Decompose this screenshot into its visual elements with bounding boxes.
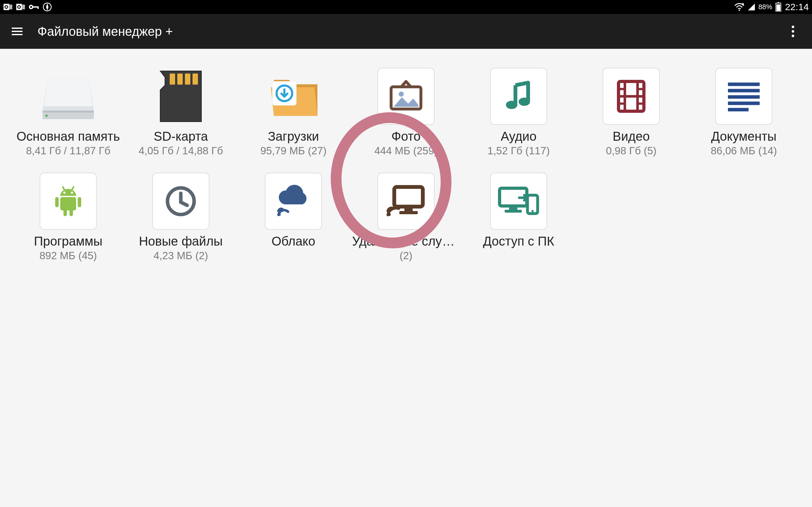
internal-storage-icon — [40, 68, 97, 125]
status-right: 88% 22:14 — [734, 2, 809, 12]
tile-new-files[interactable]: Новые файлы 4,23 МБ (2) — [125, 173, 237, 262]
svg-point-56 — [278, 213, 281, 216]
outlook-icon — [3, 2, 13, 12]
clock-icon — [152, 173, 209, 230]
svg-point-3 — [5, 6, 7, 8]
svg-rect-53 — [63, 209, 67, 216]
svg-rect-58 — [404, 207, 413, 211]
tile-sub: 0,98 Гб (5) — [606, 145, 657, 157]
svg-rect-59 — [399, 211, 418, 214]
tile-label: Аудио — [501, 129, 537, 144]
tile-sub: 95,79 МБ (27) — [260, 145, 327, 157]
svg-rect-21 — [43, 111, 94, 112]
key-icon — [29, 4, 39, 10]
documents-icon — [715, 68, 772, 125]
svg-rect-25 — [185, 73, 190, 84]
svg-point-9 — [30, 6, 32, 8]
svg-rect-23 — [170, 73, 175, 84]
tile-sub: 892 МБ (45) — [39, 250, 97, 262]
video-icon — [603, 68, 660, 125]
tile-label: Новые файлы — [139, 234, 223, 248]
cell-signal-icon — [747, 3, 756, 11]
tile-apps[interactable]: Программы 892 МБ (45) — [12, 173, 125, 262]
cloud-icon — [265, 173, 322, 230]
svg-point-31 — [506, 101, 517, 109]
tile-sub: (2) — [400, 250, 412, 262]
svg-point-30 — [399, 92, 404, 97]
svg-rect-24 — [177, 73, 183, 84]
status-left — [3, 2, 52, 12]
sd-card-icon — [152, 68, 209, 125]
more-options-button[interactable] — [786, 24, 799, 39]
tile-label: Фото — [392, 129, 420, 144]
audio-icon — [490, 68, 547, 125]
svg-rect-52 — [78, 197, 81, 207]
tile-label: Основная память — [16, 129, 120, 144]
tile-video[interactable]: Видео 0,98 Гб (5) — [575, 68, 688, 157]
tile-sub: 4,05 Гб / 14,88 Гб — [139, 145, 223, 157]
app-bar: Файловый менеджер + — [0, 14, 812, 49]
tile-sd-card[interactable]: SD-карта 4,05 Гб / 14,88 Гб — [125, 68, 237, 157]
svg-line-46 — [63, 187, 65, 190]
svg-point-13 — [739, 9, 740, 11]
outlook-icon-2 — [16, 2, 26, 12]
svg-point-49 — [71, 192, 73, 194]
battery-percent-text: 88% — [758, 3, 772, 11]
tile-downloads[interactable]: Загрузки 95,79 МБ (27) — [237, 68, 350, 157]
tile-pc-access[interactable]: Доступ с ПК — [462, 173, 575, 262]
tile-label: Облако — [271, 234, 315, 248]
photos-icon — [377, 68, 435, 125]
app-title: Файловый менеджер + — [38, 24, 173, 39]
svg-rect-63 — [505, 210, 522, 213]
tile-cloud[interactable]: Облако — [237, 173, 350, 262]
tile-sub: 444 МБ (259) — [374, 145, 438, 157]
svg-point-18 — [792, 30, 794, 33]
svg-rect-26 — [193, 73, 198, 84]
downloads-folder-icon — [265, 68, 322, 125]
svg-rect-62 — [509, 206, 517, 210]
svg-point-17 — [792, 26, 794, 28]
svg-point-48 — [63, 192, 66, 194]
tile-remote-services[interactable]: Удаленные служ… (2) — [350, 173, 462, 262]
svg-rect-11 — [38, 6, 39, 9]
tile-label: Документы — [711, 129, 776, 144]
tile-label: Загрузки — [268, 129, 319, 144]
tile-sub: 1,52 Гб (117) — [488, 145, 550, 157]
svg-rect-51 — [55, 197, 59, 207]
wifi-icon — [734, 3, 745, 11]
tile-photos[interactable]: Фото 444 МБ (259) — [350, 68, 462, 157]
svg-rect-57 — [394, 187, 423, 207]
svg-rect-50 — [60, 197, 76, 210]
svg-rect-1 — [9, 5, 12, 9]
svg-rect-16 — [776, 4, 780, 11]
svg-point-22 — [45, 115, 48, 117]
svg-point-19 — [792, 35, 794, 37]
content-area: Основная память 8,41 Гб / 11,87 Гб SD-ка… — [0, 49, 812, 507]
battery-icon — [775, 2, 781, 12]
svg-point-65 — [531, 210, 534, 212]
svg-point-7 — [18, 6, 20, 8]
tile-label: SD-карта — [154, 129, 208, 144]
hamburger-menu-button[interactable] — [9, 24, 25, 39]
svg-rect-54 — [69, 209, 73, 216]
tile-label: Программы — [34, 234, 102, 248]
svg-point-60 — [388, 213, 391, 216]
status-bar: 88% 22:14 — [0, 0, 812, 14]
tile-label: Удаленные служ… — [352, 234, 460, 248]
clock-text: 22:14 — [785, 2, 809, 12]
pc-access-icon — [490, 173, 547, 230]
compass-icon — [43, 2, 52, 12]
category-grid: Основная память 8,41 Гб / 11,87 Гб SD-ка… — [0, 68, 812, 262]
tile-label: Видео — [613, 129, 650, 144]
tile-sub: 4,23 МБ (2) — [154, 250, 208, 262]
svg-line-47 — [72, 187, 73, 190]
remote-monitor-icon — [377, 173, 435, 230]
tile-label: Доступ с ПК — [483, 234, 554, 248]
tile-sub: 8,41 Гб / 11,87 Гб — [26, 145, 110, 157]
tile-audio[interactable]: Аудио 1,52 Гб (117) — [462, 68, 575, 157]
svg-rect-5 — [22, 5, 25, 9]
android-apps-icon — [40, 173, 97, 230]
tile-internal-storage[interactable]: Основная память 8,41 Гб / 11,87 Гб — [12, 68, 125, 157]
tile-documents[interactable]: Документы 86,06 МБ (14) — [688, 68, 800, 157]
svg-point-32 — [519, 98, 530, 106]
